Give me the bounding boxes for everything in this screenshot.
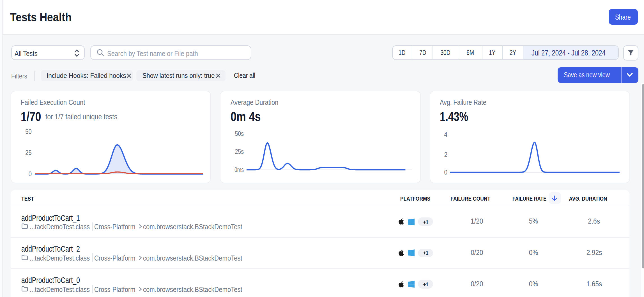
svg-text:0ms: 0ms [234, 166, 244, 173]
svg-text:25s: 25s [235, 148, 244, 155]
svg-text:2: 2 [444, 151, 447, 158]
svg-text:25: 25 [25, 149, 31, 156]
svg-text:0: 0 [444, 168, 447, 176]
svg-text:4: 4 [444, 131, 447, 138]
svg-text:50: 50 [25, 128, 31, 135]
svg-text:0: 0 [28, 170, 31, 178]
svg-text:50s: 50s [235, 130, 244, 137]
